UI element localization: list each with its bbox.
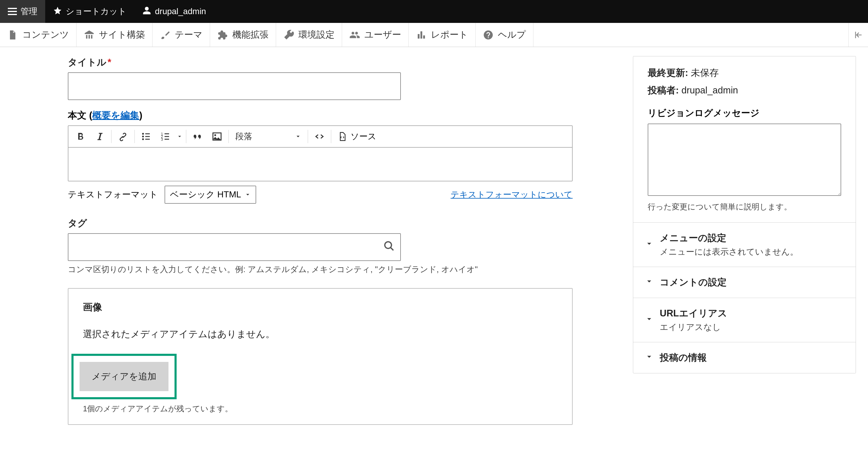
menu-settings-title: メニューの設定 (660, 232, 798, 245)
editor-content[interactable] (68, 148, 572, 181)
add-media-highlight: メディアを追加 (71, 354, 177, 399)
code-button[interactable] (310, 128, 329, 145)
search-icon (383, 240, 395, 254)
menu-settings-toggle[interactable]: メニューの設定 メニューには表示されていません。 (633, 223, 856, 267)
authoring-toggle[interactable]: 投稿の情報 (633, 342, 856, 373)
bar-chart-icon (416, 30, 427, 40)
toolbar-separator (186, 130, 186, 143)
number-list-button[interactable]: 123 (156, 128, 175, 145)
toolbar-separator (134, 130, 135, 143)
chevron-down-icon (177, 134, 182, 139)
tags-input[interactable] (68, 233, 401, 261)
heading-value: 段落 (236, 131, 252, 142)
tags-label: タグ (68, 217, 624, 230)
comment-settings-toggle[interactable]: コメントの設定 (633, 267, 856, 298)
menu-people[interactable]: ユーザー (342, 23, 409, 47)
chevron-down-icon (295, 133, 301, 139)
menu-help-label: ヘルプ (498, 29, 526, 41)
list-dropdown[interactable] (175, 128, 184, 145)
revlog-label: リビジョンログメッセージ (648, 107, 841, 119)
title-input[interactable] (68, 72, 401, 100)
svg-point-14 (385, 242, 392, 248)
url-alias-title: URLエイリアス (660, 307, 727, 320)
menu-reports[interactable]: レポート (409, 23, 475, 47)
image-button[interactable] (207, 128, 227, 145)
editor-toolbar: 123 段落 ソース (68, 126, 572, 148)
puzzle-icon (217, 30, 228, 40)
menu-extend-label: 機能拡張 (232, 29, 269, 41)
text-format-help-link[interactable]: テキストフォーマットについて (451, 189, 572, 200)
wrench-icon (283, 30, 294, 40)
link-button[interactable] (113, 128, 133, 145)
menu-appearance[interactable]: テーマ (153, 23, 210, 47)
revlog-help: 行った変更について簡単に説明します。 (648, 202, 841, 212)
collapse-toolbar[interactable] (848, 23, 868, 47)
menu-extend[interactable]: 機能拡張 (210, 23, 276, 47)
source-button[interactable]: ソース (333, 128, 381, 145)
svg-text:3: 3 (161, 137, 163, 141)
bold-button[interactable] (71, 128, 90, 145)
text-format-select[interactable]: ベーシック HTML (164, 186, 256, 204)
title-label: タイトル* (68, 56, 624, 69)
menu-structure[interactable]: サイト構築 (76, 23, 153, 47)
manage-label: 管理 (21, 6, 37, 17)
edit-summary-link[interactable]: 概要を編集 (92, 110, 139, 121)
hamburger-icon (8, 8, 17, 15)
code-icon (314, 131, 325, 142)
brush-icon (160, 30, 170, 40)
sidebar: 最終更新: 未保存 投稿者: drupal_admin リビジョンログメッセージ… (633, 56, 856, 373)
structure-icon (84, 30, 95, 40)
collapse-icon (854, 30, 863, 40)
authoring-title: 投稿の情報 (660, 351, 707, 364)
menu-help[interactable]: ヘルプ (475, 23, 533, 47)
user-label: drupal_admin (155, 7, 206, 16)
toolbar-separator (331, 130, 331, 143)
last-saved-label: 最終更新: (648, 67, 688, 78)
number-list-icon: 123 (160, 131, 171, 142)
menu-config-label: 環境設定 (299, 29, 335, 41)
url-alias-sub: エイリアスなし (660, 322, 727, 333)
text-format-value: ベーシック HTML (170, 189, 241, 201)
media-remaining-text: 1個のメディアアイテムが残っています。 (83, 403, 558, 414)
toolbar-separator (228, 130, 229, 143)
manage-toggle[interactable]: 管理 (0, 0, 45, 23)
menu-config[interactable]: 環境設定 (276, 23, 342, 47)
body-label: 本文 (概要を編集) (68, 109, 624, 122)
menu-content-label: コンテンツ (22, 29, 69, 41)
menu-content[interactable]: コンテンツ (0, 23, 76, 47)
help-icon (483, 30, 494, 40)
source-icon (338, 132, 347, 141)
people-icon (349, 30, 360, 40)
tags-help: コンマ区切りのリストを入力してください。例: アムステルダム, メキシコシティ,… (68, 264, 624, 275)
bullet-list-icon (141, 131, 152, 142)
image-icon (212, 131, 222, 142)
text-format-label: テキストフォーマット (68, 189, 158, 201)
italic-icon (94, 131, 105, 142)
url-alias-toggle[interactable]: URLエイリアス エイリアスなし (633, 298, 856, 342)
heading-select[interactable]: 段落 (230, 128, 306, 145)
meta-section: 最終更新: 未保存 投稿者: drupal_admin リビジョンログメッセージ… (633, 56, 856, 223)
svg-rect-5 (145, 139, 150, 140)
svg-rect-4 (145, 136, 150, 137)
revlog-textarea[interactable] (648, 124, 841, 196)
menu-structure-label: サイト構築 (99, 29, 145, 41)
toolbar-separator (308, 130, 308, 143)
menu-appearance-label: テーマ (175, 29, 203, 41)
file-icon (7, 30, 18, 40)
author-label: 投稿者: (648, 85, 679, 96)
image-empty-text: 選択されたメディアアイテムはありません。 (83, 328, 558, 341)
svg-line-15 (391, 248, 394, 250)
italic-button[interactable] (90, 128, 110, 145)
blockquote-button[interactable] (188, 128, 207, 145)
image-legend: 画像 (83, 301, 558, 314)
menu-settings-sub: メニューには表示されていません。 (660, 246, 798, 258)
star-icon (53, 6, 62, 17)
user-menu[interactable]: drupal_admin (134, 0, 214, 23)
svg-point-0 (142, 133, 144, 135)
add-media-button[interactable]: メディアを追加 (80, 362, 168, 391)
comment-settings-title: コメントの設定 (660, 276, 727, 289)
shortcuts-label: ショートカット (66, 6, 127, 17)
bullet-list-button[interactable] (136, 128, 156, 145)
source-label: ソース (350, 131, 376, 142)
shortcuts-link[interactable]: ショートカット (45, 0, 134, 23)
